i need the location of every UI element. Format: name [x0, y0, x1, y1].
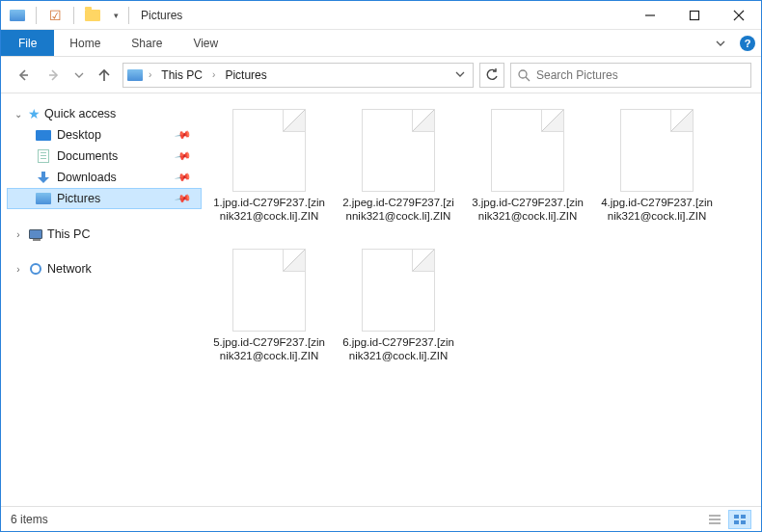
file-thumbnail-icon — [232, 249, 306, 332]
sidebar-item-label: Documents — [57, 149, 118, 163]
close-icon — [733, 10, 745, 21]
file-tab[interactable]: File — [1, 30, 54, 56]
chevron-down-icon: ⌄ — [13, 109, 24, 120]
separator — [128, 7, 129, 24]
sidebar-this-pc[interactable]: › This PC — [7, 225, 202, 244]
file-item[interactable]: 5.jpg.id-C279F237.[zinnik321@cock.li].ZI… — [209, 245, 329, 367]
minimize-icon — [644, 10, 656, 21]
navigation-bar: › This PC › Pictures — [1, 57, 761, 93]
chevron-right-icon[interactable]: › — [210, 69, 217, 80]
star-icon: ★ — [28, 106, 41, 121]
sidebar-item-documents[interactable]: Documents 📌 — [7, 146, 202, 167]
up-button[interactable] — [92, 63, 117, 88]
tab-view[interactable]: View — [177, 30, 233, 56]
details-view-icon — [708, 514, 721, 525]
sidebar-item-label: Pictures — [57, 192, 100, 205]
sidebar-network[interactable]: › Network — [7, 259, 202, 279]
search-icon — [517, 68, 531, 82]
window-controls — [628, 1, 761, 30]
explorer-window: ☑ ▾ Pictures File Home Share View — [0, 0, 762, 532]
explorer-body: ⌄ ★ Quick access Desktop 📌 Documents 📌 D… — [1, 93, 761, 506]
file-thumbnail-icon — [620, 109, 694, 192]
qat-properties-icon[interactable]: ☑ — [46, 7, 64, 24]
pin-icon: 📌 — [175, 126, 193, 145]
file-item[interactable]: 1.jpg.id-C279F237.[zinnik321@cock.li].ZI… — [209, 105, 329, 227]
recent-locations-button[interactable] — [72, 63, 86, 88]
chevron-right-icon: › — [13, 264, 24, 275]
svg-line-8 — [526, 77, 530, 81]
documents-icon — [36, 149, 51, 163]
search-box[interactable] — [510, 63, 751, 88]
file-name: 5.jpg.id-C279F237.[zinnik321@cock.li].ZI… — [211, 335, 327, 363]
pin-icon: 📌 — [175, 190, 193, 208]
sidebar-item-label: Desktop — [57, 128, 101, 142]
forward-button[interactable] — [41, 63, 67, 88]
ribbon-expand-button[interactable] — [707, 30, 734, 56]
pictures-icon — [36, 192, 51, 205]
sidebar-item-downloads[interactable]: Downloads 📌 — [7, 167, 202, 188]
downloads-icon — [36, 171, 51, 184]
breadcrumb-pictures[interactable]: Pictures — [221, 66, 270, 84]
pin-icon: 📌 — [175, 147, 193, 166]
sidebar-item-pictures[interactable]: Pictures 📌 — [7, 188, 202, 209]
sidebar-item-label: Downloads — [57, 171, 117, 184]
item-count: 6 items — [11, 513, 48, 526]
file-name: 3.jpg.id-C279F237.[zinnik321@cock.li].ZI… — [470, 196, 585, 224]
network-label: Network — [47, 262, 92, 276]
chevron-down-icon — [455, 69, 465, 79]
qat-dropdown-icon[interactable]: ▾ — [107, 7, 124, 24]
desktop-icon — [36, 128, 51, 142]
search-input[interactable] — [536, 68, 745, 82]
file-grid: 1.jpg.id-C279F237.[zinnik321@cock.li].ZI… — [209, 105, 753, 367]
tab-home[interactable]: Home — [54, 30, 116, 56]
svg-rect-13 — [741, 515, 746, 519]
tab-share[interactable]: Share — [116, 30, 177, 56]
explorer-app-icon — [9, 7, 26, 24]
file-view[interactable]: 1.jpg.id-C279F237.[zinnik321@cock.li].ZI… — [202, 93, 761, 506]
svg-point-7 — [519, 70, 527, 78]
network-group: › Network — [7, 259, 202, 279]
sidebar-item-desktop[interactable]: Desktop 📌 — [7, 124, 202, 146]
file-item[interactable]: 4.jpg.id-C279F237.[zinnik321@cock.li].ZI… — [597, 105, 717, 227]
separator — [36, 7, 37, 24]
this-pc-label: This PC — [47, 227, 90, 241]
chevron-right-icon: › — [13, 229, 24, 240]
file-name: 4.jpg.id-C279F237.[zinnik321@cock.li].ZI… — [599, 196, 715, 224]
close-button[interactable] — [717, 1, 761, 30]
minimize-button[interactable] — [628, 1, 672, 30]
window-title: Pictures — [141, 9, 182, 22]
file-thumbnail-icon — [362, 249, 435, 332]
breadcrumb-this-pc[interactable]: This PC — [157, 66, 206, 84]
file-thumbnail-icon — [491, 109, 564, 192]
file-item[interactable]: 3.jpg.id-C279F237.[zinnik321@cock.li].ZI… — [468, 105, 587, 227]
quick-access-label: Quick access — [44, 107, 116, 120]
maximize-icon — [689, 10, 700, 21]
help-button[interactable]: ? — [734, 30, 761, 56]
thumbnails-view-button[interactable] — [728, 510, 751, 529]
arrow-up-icon — [96, 67, 112, 83]
address-dropdown-button[interactable] — [451, 68, 469, 82]
quick-access-toolbar: ☑ ▾ — [1, 7, 124, 24]
quick-access-group: ⌄ ★ Quick access Desktop 📌 Documents 📌 D… — [7, 103, 202, 209]
pc-icon — [28, 227, 43, 241]
separator — [73, 7, 74, 24]
refresh-button[interactable] — [479, 63, 504, 88]
chevron-right-icon[interactable]: › — [147, 69, 153, 80]
svg-rect-1 — [691, 11, 699, 19]
network-icon — [28, 262, 43, 276]
address-bar[interactable]: › This PC › Pictures — [122, 63, 474, 88]
location-icon — [127, 68, 143, 82]
file-item[interactable]: 2.jpeg.id-C279F237.[zinnik321@cock.li].Z… — [339, 105, 458, 227]
help-icon: ? — [740, 36, 755, 51]
back-button[interactable] — [11, 63, 36, 88]
qat-new-folder-icon[interactable] — [84, 7, 101, 24]
sidebar-quick-access[interactable]: ⌄ ★ Quick access — [7, 103, 202, 124]
file-name: 2.jpeg.id-C279F237.[zinnik321@cock.li].Z… — [340, 196, 456, 224]
file-item[interactable]: 6.jpg.id-C279F237.[zinnik321@cock.li].ZI… — [339, 245, 458, 367]
title-bar: ☑ ▾ Pictures — [1, 1, 761, 30]
status-bar: 6 items — [1, 506, 761, 531]
view-mode-buttons — [703, 510, 751, 529]
maximize-button[interactable] — [672, 1, 717, 30]
details-view-button[interactable] — [703, 510, 726, 529]
file-name: 1.jpg.id-C279F237.[zinnik321@cock.li].ZI… — [211, 196, 327, 224]
